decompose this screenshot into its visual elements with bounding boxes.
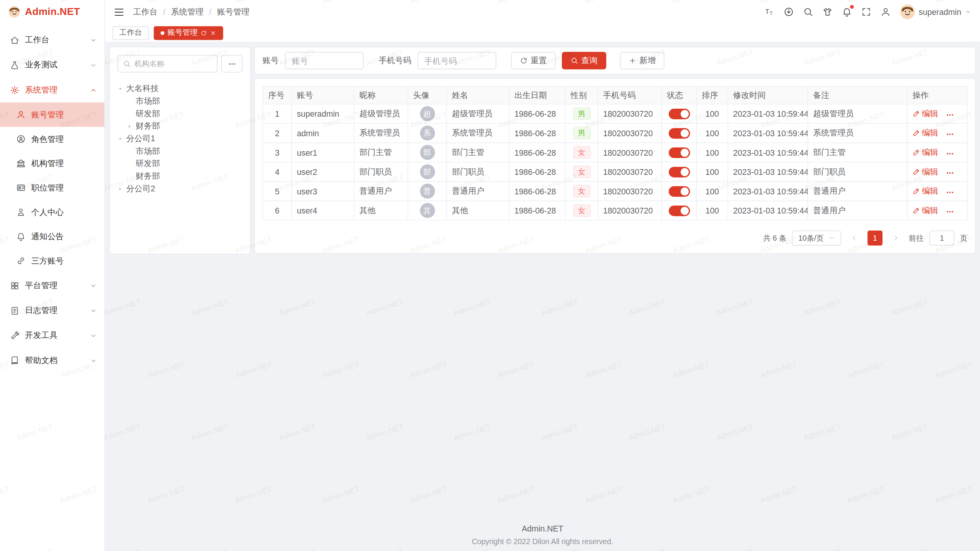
- sidebar-item-label: 三方账号: [31, 255, 97, 266]
- column-header: 昵称: [354, 86, 408, 104]
- tree-node-label: 大名科技: [126, 83, 159, 94]
- caret-down-icon[interactable]: [118, 136, 123, 142]
- cell-account: user1: [292, 143, 354, 162]
- edit-button[interactable]: 编辑: [913, 108, 938, 119]
- sidebar-item-platform-mgmt[interactable]: 平台管理: [0, 273, 105, 298]
- sidebar-item-dev-tools[interactable]: 开发工具: [0, 323, 105, 348]
- tree-node[interactable]: 大名科技: [118, 83, 243, 95]
- edit-button[interactable]: 编辑: [913, 166, 938, 177]
- sidebar-item-third-party-account[interactable]: 三方账号: [0, 249, 105, 273]
- cell-phone: 18020030720: [598, 181, 662, 201]
- tab-workbench[interactable]: 工作台: [113, 26, 149, 40]
- sidebar-item-personal-center[interactable]: 个人中心: [0, 200, 105, 224]
- goto-page-input[interactable]: [929, 230, 954, 245]
- prev-page-button[interactable]: [847, 230, 862, 245]
- tree-node[interactable]: 财务部: [118, 170, 243, 183]
- more-button[interactable]: [946, 207, 954, 216]
- tab-label: 账号管理: [168, 28, 198, 38]
- sidebar-item-org-mgmt[interactable]: 机构管理: [0, 151, 105, 176]
- pagination: 共 6 条 10条/页 1 前往 页: [263, 230, 968, 245]
- caret-down-icon[interactable]: [118, 86, 123, 91]
- sidebar-item-workbench[interactable]: 工作台: [0, 28, 105, 52]
- tree-node[interactable]: 分公司1: [118, 132, 243, 145]
- cell-remark: 普通用户: [808, 201, 907, 220]
- status-toggle[interactable]: [668, 108, 690, 119]
- phone-input[interactable]: [418, 52, 497, 70]
- tree-node[interactable]: 财务部: [118, 120, 243, 132]
- status-toggle[interactable]: [668, 128, 690, 139]
- edit-button[interactable]: 编辑: [913, 205, 938, 216]
- refresh-icon[interactable]: [201, 30, 207, 36]
- sidebar-item-help-docs[interactable]: 帮助文档: [0, 348, 105, 373]
- status-toggle[interactable]: [668, 166, 690, 177]
- edit-icon: [913, 148, 920, 156]
- sidebar-item-business-test[interactable]: 业务测试: [0, 52, 105, 77]
- sidebar-item-system-mgmt[interactable]: 系统管理: [0, 77, 105, 102]
- cell-name: 系统管理员: [447, 123, 509, 143]
- user-menu[interactable]: superadmin: [900, 4, 971, 19]
- cell-account: user4: [292, 201, 354, 220]
- bell-icon[interactable]: [842, 7, 852, 17]
- caret-right-icon[interactable]: [127, 123, 132, 129]
- table-row: 3user1部门主管部部门主管1986-06-28女18020030720100…: [263, 143, 967, 162]
- close-icon[interactable]: [210, 30, 216, 36]
- add-button[interactable]: 新增: [620, 52, 665, 70]
- search-button[interactable]: 查询: [562, 52, 606, 70]
- grid-icon: [10, 281, 19, 290]
- more-button[interactable]: [946, 130, 954, 139]
- tree-more-button[interactable]: [221, 55, 243, 73]
- page-number-button[interactable]: 1: [867, 230, 882, 245]
- account-input[interactable]: [285, 52, 364, 70]
- more-button[interactable]: [946, 188, 954, 197]
- avatar: 其: [420, 203, 434, 218]
- tree-node[interactable]: 分公司2: [118, 183, 243, 195]
- sidebar-item-position-mgmt[interactable]: 职位管理: [0, 176, 105, 200]
- more-button[interactable]: [946, 169, 954, 178]
- theme-icon[interactable]: [823, 7, 833, 17]
- component-size-icon[interactable]: [784, 7, 794, 17]
- sidebar-item-notice[interactable]: 通知公告: [0, 224, 105, 249]
- user-icon[interactable]: [881, 7, 891, 17]
- topbar: 工作台/系统管理/账号管理 TT superadmin: [105, 0, 980, 24]
- chevron-left-icon: [851, 234, 858, 242]
- tabs-bar: 工作台账号管理: [105, 24, 980, 42]
- more-button[interactable]: [946, 150, 954, 158]
- fullscreen-icon[interactable]: [861, 7, 871, 17]
- tree-node[interactable]: 研发部: [118, 157, 243, 170]
- edit-button[interactable]: 编辑: [913, 127, 938, 139]
- tree-node[interactable]: 市场部: [118, 95, 243, 108]
- tree-node[interactable]: 市场部: [118, 145, 243, 158]
- reset-button[interactable]: 重置: [511, 52, 556, 70]
- breadcrumb-item[interactable]: 系统管理: [171, 6, 204, 17]
- table-row: 5user3普通用户普普通用户1986-06-28女18020030720100…: [263, 181, 967, 201]
- search-icon[interactable]: [803, 7, 813, 17]
- breadcrumb-item[interactable]: 账号管理: [217, 6, 250, 17]
- next-page-button[interactable]: [888, 230, 903, 245]
- more-button[interactable]: [946, 111, 954, 119]
- status-toggle[interactable]: [668, 186, 690, 197]
- cell-order: 100: [697, 123, 728, 143]
- caret-right-icon[interactable]: [118, 186, 123, 192]
- edit-button[interactable]: 编辑: [913, 185, 938, 196]
- plus-icon: [629, 57, 636, 65]
- home-icon: [10, 35, 19, 44]
- org-search-input[interactable]: [134, 59, 212, 68]
- refresh-icon: [520, 57, 528, 65]
- sidebar-item-account-mgmt[interactable]: 账号管理: [0, 103, 105, 127]
- hamburger-menu-icon[interactable]: [114, 7, 124, 17]
- sidebar-item-log-mgmt[interactable]: 日志管理: [0, 298, 105, 323]
- status-toggle[interactable]: [668, 147, 690, 158]
- sidebar-item-role-mgmt[interactable]: 角色管理: [0, 127, 105, 151]
- edit-button[interactable]: 编辑: [913, 147, 938, 158]
- font-size-icon[interactable]: TT: [764, 7, 774, 17]
- tree-node[interactable]: 研发部: [118, 108, 243, 120]
- edit-icon: [913, 168, 920, 176]
- tools-icon: [10, 331, 19, 340]
- page-size-select[interactable]: 10条/页: [792, 230, 841, 245]
- breadcrumb-item[interactable]: 工作台: [133, 6, 158, 17]
- column-header: 姓名: [447, 86, 509, 104]
- tab-account-mgmt[interactable]: 账号管理: [154, 26, 223, 40]
- status-toggle[interactable]: [668, 205, 690, 216]
- cell-nickname: 部门职员: [354, 162, 408, 182]
- tree-node-label: 研发部: [136, 108, 160, 119]
